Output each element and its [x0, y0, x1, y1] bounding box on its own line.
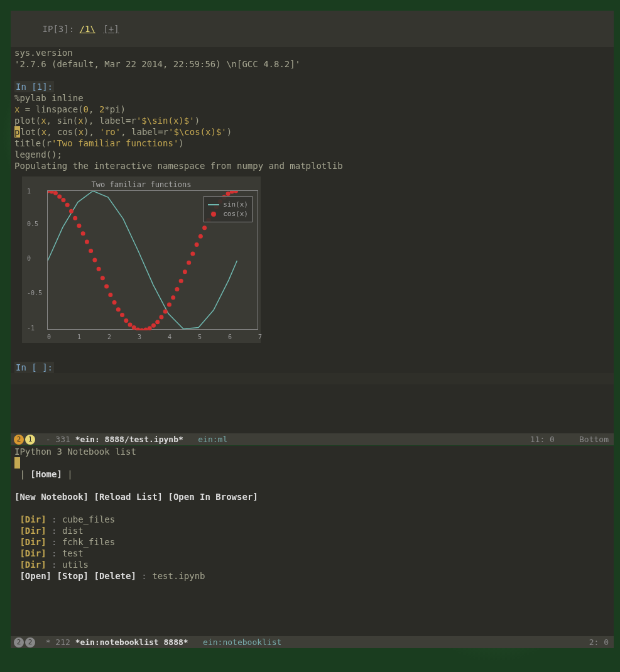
svg-point-6	[69, 209, 73, 214]
empty-cell[interactable]	[11, 373, 614, 384]
window-badge: 2	[14, 435, 24, 445]
buffer-name: *ein:notebooklist 8888*	[75, 637, 188, 647]
notebook-editor-pane[interactable]: IP[3]: /1\ [+] sys.version '2.7.6 (defau…	[11, 11, 614, 433]
output-line: sys.version	[11, 47, 614, 58]
window-badge: 1	[25, 435, 35, 445]
svg-point-8	[77, 224, 81, 228]
cursor	[14, 457, 20, 469]
code-line[interactable]: plot(x, sin(x), label=r'$\sin(x)$')	[11, 115, 614, 126]
plot-legend: sin(x) cos(x)	[204, 196, 253, 222]
code-line[interactable]: x = linspace(0, 2*pi)	[11, 104, 614, 115]
major-mode: ein:notebooklist	[188, 637, 282, 647]
output-line: '2.7.6 (default, Mar 22 2014, 22:59:56) …	[11, 58, 614, 70]
dir-name: cube_files	[62, 514, 115, 524]
svg-point-19	[120, 313, 124, 317]
svg-point-40	[202, 225, 207, 230]
tab-add[interactable]: [+]	[103, 24, 119, 34]
dir-button[interactable]: [Dir]	[19, 560, 46, 570]
window-badge: 2	[25, 637, 35, 648]
cell-prompt-empty: In [ ]:	[14, 362, 54, 373]
plot-axes: sin(x) cos(x)	[47, 190, 258, 330]
svg-point-5	[65, 203, 70, 207]
svg-point-36	[187, 261, 191, 265]
svg-point-16	[108, 293, 112, 297]
svg-point-9	[81, 231, 85, 236]
stop-button[interactable]: [Stop]	[57, 571, 89, 581]
nblist-title: IPython 3 Notebook list	[11, 446, 614, 457]
dir-button[interactable]: [Dir]	[19, 548, 46, 558]
code-line[interactable]: legend();	[11, 149, 614, 160]
svg-point-17	[112, 300, 117, 305]
svg-point-1	[50, 191, 54, 194]
svg-point-37	[190, 251, 195, 256]
delete-button[interactable]: [Delete]	[94, 571, 136, 581]
svg-point-39	[199, 234, 203, 239]
code-line[interactable]: plot(x, cos(x), 'ro', label=r'$\cos(x)$'…	[11, 126, 614, 138]
svg-point-18	[116, 307, 121, 312]
open-button[interactable]: [Open]	[19, 571, 52, 581]
notebook-filename: test.ipynb	[152, 571, 205, 581]
legend-dot-icon	[211, 212, 216, 217]
svg-point-15	[104, 285, 109, 289]
window-badge: 2	[14, 637, 24, 648]
svg-point-7	[73, 216, 77, 220]
plot-title: Two familiar functions	[22, 180, 261, 189]
home-button[interactable]: [Home]	[30, 469, 62, 479]
notebooklist-pane[interactable]: IPython 3 Notebook list | [Home] | [New …	[11, 446, 614, 636]
svg-point-20	[124, 318, 128, 323]
dir-button[interactable]: [Dir]	[19, 537, 46, 547]
tab-prefix: IP[3]:	[43, 24, 80, 34]
svg-point-33	[175, 287, 179, 291]
svg-point-11	[89, 249, 93, 253]
svg-point-21	[128, 323, 133, 327]
plot-output: Two familiar functions sin(x) cos(x) 1 0…	[22, 176, 261, 343]
modeline-top: 2 1 - 331 *ein: 8888/test.ipynb* ein:ml …	[11, 433, 614, 445]
svg-point-3	[57, 194, 62, 198]
cell-prompt: In [1]:	[14, 81, 54, 92]
svg-point-13	[97, 267, 101, 271]
svg-point-47	[230, 191, 234, 194]
svg-point-29	[159, 315, 163, 319]
svg-point-26	[148, 326, 152, 330]
tab-active[interactable]: /1\	[80, 24, 95, 34]
svg-point-10	[85, 240, 89, 244]
code-line[interactable]: %pylab inline	[11, 92, 614, 104]
cursor: p	[14, 126, 20, 138]
dir-name: dist	[62, 526, 84, 536]
svg-point-28	[155, 320, 160, 324]
dir-button[interactable]: [Dir]	[19, 526, 46, 536]
svg-point-23	[136, 327, 140, 330]
svg-point-14	[101, 276, 105, 280]
svg-point-46	[226, 192, 231, 196]
svg-point-4	[61, 198, 65, 202]
svg-point-27	[151, 323, 156, 328]
open-in-browser-button[interactable]: [Open In Browser]	[168, 492, 258, 502]
svg-point-24	[139, 328, 144, 331]
svg-point-34	[179, 279, 183, 283]
reload-list-button[interactable]: [Reload List]	[94, 492, 163, 502]
svg-point-22	[132, 325, 136, 330]
svg-point-2	[53, 191, 58, 195]
output-line: Populating the interactive namespace fro…	[11, 160, 614, 171]
svg-point-12	[92, 257, 97, 262]
dir-name: utils	[62, 560, 89, 570]
svg-point-25	[144, 327, 148, 330]
new-notebook-button[interactable]: [New Notebook]	[14, 492, 89, 502]
legend-line-icon	[208, 204, 219, 205]
major-mode: ein:ml	[183, 435, 227, 444]
svg-point-31	[167, 302, 171, 306]
buffer-name: *ein: 8888/test.ipynb*	[75, 435, 183, 444]
tab-bar: IP[3]: /1\ [+]	[11, 11, 614, 47]
svg-point-48	[234, 191, 238, 193]
dir-button[interactable]: [Dir]	[19, 514, 46, 524]
svg-point-35	[183, 269, 187, 274]
svg-point-30	[163, 310, 168, 314]
modeline-bottom: 2 2 * 212 *ein:notebooklist 8888* ein:no…	[11, 636, 614, 648]
dir-name: test	[62, 548, 84, 558]
code-line[interactable]: title(r'Two familiar functions')	[11, 138, 614, 149]
dir-name: fchk_files	[62, 537, 115, 547]
svg-point-38	[195, 242, 199, 247]
svg-point-32	[171, 295, 175, 300]
